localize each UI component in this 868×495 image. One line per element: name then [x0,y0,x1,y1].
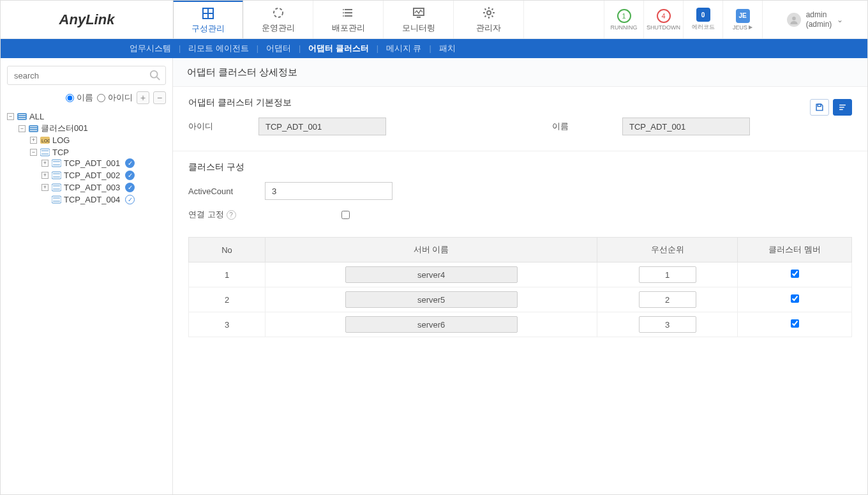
tree-expand-icon[interactable]: + [41,184,49,191]
table-row: 2 server5 2 [189,287,852,312]
nav-tab-ops[interactable]: 운영관리 [243,1,313,38]
cell-priority[interactable]: 2 [639,291,696,308]
subnav-item[interactable]: 업무시스템 [122,43,179,54]
errorcode-label: 에러코드 [692,23,715,31]
cell-server: server5 [345,291,518,308]
nav-tab-monitor[interactable]: 모니터링 [384,1,454,38]
subnav-item[interactable]: 패치 [431,43,463,54]
jeus-pill: JE [736,9,750,23]
svg-line-15 [157,77,160,80]
tree-root[interactable]: ALL [29,112,44,121]
folder-icon [28,124,38,133]
svg-rect-19 [19,118,26,119]
search-input[interactable] [7,66,166,85]
subnav-item[interactable]: 리모트 에이전트 [181,43,256,54]
adapter-icon [51,159,61,168]
cell-priority[interactable]: 3 [639,316,696,333]
folder-icon [17,112,27,121]
nav-tab-deploy[interactable]: 배포관리 [313,1,384,38]
subnav-item-active[interactable]: 어댑터 클러스터 [301,43,376,54]
subnav-item[interactable]: 메시지 큐 [378,43,429,54]
nav-tab-admin[interactable]: 관리자 [454,1,524,38]
status-badge: ✓ [125,183,135,192]
svg-rect-38 [52,196,61,203]
gear-icon [483,6,495,20]
log-icon: LOG [40,136,50,145]
cell-no: 3 [189,312,266,337]
status-errorcode[interactable]: 0 에러코드 [683,1,722,38]
filter-name-radio[interactable]: 이름 [66,93,93,103]
nav-tab-config[interactable]: 구성관리 [173,0,243,38]
id-field [258,118,386,135]
svg-rect-22 [30,128,37,129]
svg-text:LOG: LOG [41,139,50,143]
subnav: 업무시스템| 리모트 에이전트| 어댑터| 어댑터 클러스터| 메시지 큐| 패… [1,39,867,58]
activecount-field[interactable] [265,182,393,200]
status-jeus[interactable]: JE JEUS ▶ [722,1,762,38]
tree-collapse-icon[interactable]: − [30,149,37,156]
section-basic-info: 어댑터 클러스터 기본정보 [188,97,292,109]
detail-button[interactable] [833,99,852,116]
status-shutdown[interactable]: 4 SHUTDOWN [643,1,683,38]
tree-expand-icon[interactable]: + [41,172,49,179]
tree-expand-icon[interactable]: + [30,137,37,144]
running-label: RUNNING [611,24,638,31]
cell-member-checkbox[interactable] [791,294,799,303]
add-button[interactable]: + [137,91,149,104]
adapter-icon [51,195,61,204]
id-label: 아이디 [188,121,239,132]
chevron-down-icon: ⌄ [837,15,843,24]
tree-adapter-item[interactable]: TCP_ADT_001 [64,158,120,168]
name-field [622,118,750,135]
tree-adapter-item[interactable]: TCP_ADT_004 [64,195,120,204]
tree-log[interactable]: LOG [52,135,70,145]
jeus-label: JEUS [733,24,747,31]
svg-point-13 [792,17,796,20]
fixconn-checkbox[interactable] [341,211,350,219]
cell-priority[interactable]: 1 [639,266,696,283]
nav-tab-label: 모니터링 [402,22,435,34]
shutdown-label: SHUTDOWN [647,24,680,31]
content: 어댑터 클러스터 상세정보 어댑터 클러스터 기본정보 아이디 [173,58,867,494]
cell-member-checkbox[interactable] [791,319,799,328]
cell-member-checkbox[interactable] [791,270,799,278]
shutdown-count: 4 [657,9,671,23]
tree-collapse-icon[interactable]: − [7,113,14,120]
status-badge: ✓ [125,171,135,180]
tree-collapse-icon[interactable]: − [19,125,26,132]
remove-button[interactable]: − [153,91,166,104]
cell-no: 2 [189,287,266,312]
spinner-icon [272,6,285,20]
save-button[interactable] [810,99,829,116]
activecount-label: ActiveCount [188,187,246,196]
tree: − ALL − 클러스터001 [7,110,166,209]
user-menu[interactable]: admin (admin) ⌄ [762,1,867,38]
th-server: 서버 이름 [266,238,597,263]
search-icon[interactable] [149,70,161,81]
play-icon: ▶ [749,24,752,30]
tree-adapter-item[interactable]: TCP_ADT_002 [64,171,120,180]
nav-tab-label: 구성관리 [191,23,225,34]
adapter-icon [51,183,61,192]
nav-tab-label: 관리자 [476,22,501,34]
status-badge: ✓ [125,195,135,204]
svg-rect-26 [40,149,50,156]
nav-tab-label: 배포관리 [332,22,365,34]
status-running[interactable]: 1 RUNNING [604,1,643,38]
tree-expand-icon[interactable]: + [41,160,49,167]
subnav-item[interactable]: 어댑터 [258,43,299,54]
svg-rect-17 [19,114,26,115]
main-nav: 구성관리 운영관리 배포관리 모니터링 [173,1,524,38]
svg-rect-29 [52,160,61,167]
tree-adapter-item[interactable]: TCP_ADT_003 [64,183,120,192]
cell-server: server4 [345,266,518,283]
tree-cluster[interactable]: 클러스터001 [41,123,88,134]
filter-id-radio[interactable]: 아이디 [97,93,133,103]
tree-tcp[interactable]: TCP [52,148,69,157]
help-icon[interactable]: ? [227,210,236,220]
table-row: 3 server6 3 [189,312,852,337]
monitor-icon [412,6,425,20]
avatar-icon [787,13,801,27]
table-row: 1 server4 1 [189,263,852,287]
svg-rect-18 [19,116,26,117]
